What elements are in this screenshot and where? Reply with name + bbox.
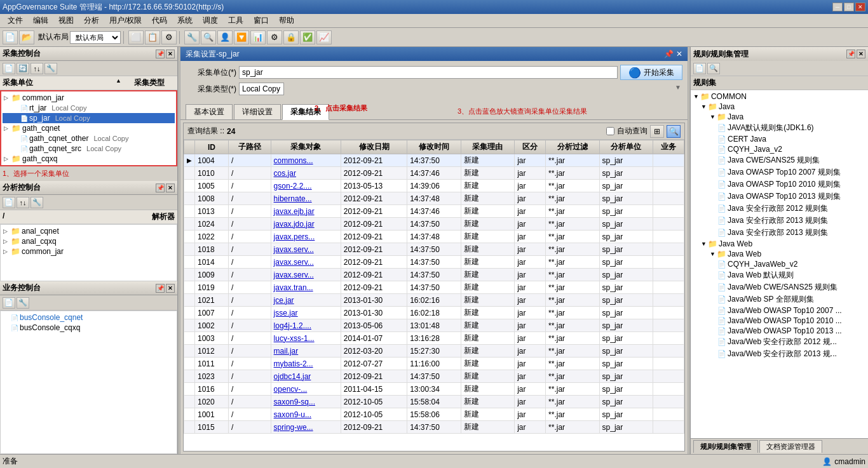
th-business[interactable]: 业务 (653, 140, 684, 154)
table-cell[interactable]: lucy-xss-1... (271, 332, 341, 345)
table-row[interactable]: 1005/gson-2.2....2013-05-1314:39:06新建jar… (184, 180, 684, 192)
table-cell[interactable]: mybatis-2... (271, 358, 341, 370)
rule-item-javaweb-owasp2010[interactable]: 📄 Java/Web OWASP Top10 2010 ... (692, 316, 867, 326)
table-row[interactable]: 1024/javax.jdo.jar2012-09-2114:37:50新建ja… (184, 218, 684, 231)
menu-user[interactable]: 用户/权限 (104, 14, 147, 27)
table-scroll[interactable]: ID 子路径 采集对象 修改日期 修改时间 采集理由 区分 分析过滤 分析单位 … (184, 140, 684, 451)
collection-refresh-btn[interactable]: 🔄 (17, 63, 29, 74)
analysis-btn1[interactable]: 📄 (3, 197, 15, 208)
rule-item-cert-java[interactable]: 📄 CERT Java (692, 134, 867, 144)
maximize-button[interactable]: □ (844, 3, 854, 11)
th-type[interactable]: 区分 (515, 140, 546, 154)
rule-item-java-owasp2007[interactable]: 📄 Java OWASP Top10 2007 规则集 (692, 166, 867, 178)
th-reason[interactable]: 采集理由 (461, 140, 514, 154)
rule-item-java-group[interactable]: ▼ 📁 Java (692, 102, 867, 112)
tree-item-gath-cqxq[interactable]: ▷ 📁 gath_cqxq (3, 154, 175, 164)
collection-up-btn[interactable]: ↑↓ (31, 63, 43, 74)
tree-item-common-jar[interactable]: ▷ 📁 common_jar (3, 93, 175, 103)
toolbar-new-btn[interactable]: 📄 (3, 30, 18, 44)
minimize-button[interactable]: ─ (832, 3, 843, 11)
table-cell[interactable]: jce.jar (271, 294, 341, 307)
table-cell[interactable]: mail.jar (271, 345, 341, 358)
collection-close-icon[interactable]: ✕ (166, 50, 175, 58)
settings-close-icon[interactable]: ✕ (676, 50, 682, 58)
collection-setting-btn[interactable]: 🔧 (44, 63, 57, 74)
rule-item-java-web-group[interactable]: ▼ 📁 Java Web (692, 239, 867, 249)
rule-item-javaweb-cwe[interactable]: 📄 Java/Web CWE/SANS25 规则集 (692, 281, 867, 293)
grid-view-btn[interactable]: ⊞ (650, 125, 664, 138)
table-cell[interactable]: gson-2.2.... (271, 180, 341, 192)
tree-item-gath-cqnet-src[interactable]: 📄 gath_cqnet_src Local Copy (3, 144, 175, 154)
search-magnifier-btn[interactable]: 🔍 (667, 125, 681, 138)
th-id[interactable]: ID (195, 140, 229, 154)
tree-item-sp-jar[interactable]: 📄 sp_jar Local Copy (3, 113, 175, 123)
rule-item-cqyh-javaweb[interactable]: 📄 CQYH_JavaWeb_v2 (692, 259, 867, 269)
menu-tools[interactable]: 工具 (223, 14, 248, 27)
table-cell[interactable]: saxon9-sq... (271, 396, 341, 408)
tree-item-anal-cqxq[interactable]: ▷ 📁 anal_cqxq (2, 236, 175, 246)
tab-collection-result[interactable]: 采集结果 2、点击采集结果 (282, 104, 329, 120)
menu-analysis[interactable]: 分析 (79, 14, 104, 27)
collection-pin-icon[interactable]: 📌 (156, 50, 165, 58)
toolbar-open-btn[interactable]: 📂 (19, 30, 34, 44)
rule-item-java-web[interactable]: ▼ 📁 Java Web (692, 249, 867, 259)
toolbar-btn11[interactable]: 🔒 (283, 30, 299, 44)
table-row[interactable]: 1021/jce.jar2013-01-3016:02:16新建jar**.ja… (184, 294, 684, 307)
form-unit-input[interactable] (239, 66, 618, 79)
table-cell[interactable]: javax.ejb.jar (271, 205, 341, 218)
table-row[interactable]: 1015/spring-we...2012-09-2114:37:50新建jar… (184, 421, 684, 434)
toolbar-btn3[interactable]: 📋 (145, 30, 160, 44)
menu-file[interactable]: 文件 (3, 14, 28, 27)
rule-item-java-security2012[interactable]: 📄 Java 安全行政部 2012 规则集 (692, 203, 867, 215)
th-object[interactable]: 采集对象 (271, 140, 341, 154)
business-btn1[interactable]: 📄 (3, 297, 15, 309)
tab-detail-settings[interactable]: 详细设置 (234, 104, 281, 119)
table-cell[interactable]: hibernate... (271, 192, 341, 205)
rule-item-javaweb-security2012[interactable]: 📄 Java/Web 安全行政部 2012 规... (692, 336, 867, 348)
toolbar-btn10[interactable]: ⚙ (267, 30, 282, 44)
table-row[interactable]: 1007/jsse.jar2013-01-3016:02:18新建jar**.j… (184, 307, 684, 319)
th-time[interactable]: 修改时间 (407, 140, 461, 154)
table-row[interactable]: 1010/cos.jar2012-09-2114:37:46新建jar**.ja… (184, 167, 684, 180)
table-row[interactable]: 1003/lucy-xss-1...2014-01-0713:16:28新建ja… (184, 332, 684, 345)
table-row[interactable]: 1016/opencv-...2011-04-1513:00:34新建jar**… (184, 383, 684, 396)
rule-item-cqyh-java[interactable]: 📄 CQYH_Java_v2 (692, 144, 867, 154)
menu-schedule[interactable]: 调度 (198, 14, 223, 27)
rules-tab-rules[interactable]: 规则/规则集管理 (693, 440, 758, 453)
rule-item-java-cwe[interactable]: 📄 Java CWE/SANS25 规则集 (692, 154, 867, 166)
table-cell[interactable]: log4j-1.2.... (271, 319, 341, 332)
layout-select[interactable]: 默认布局 (70, 31, 121, 44)
toolbar-btn6[interactable]: 🔍 (201, 30, 216, 44)
tab-basic-settings[interactable]: 基本设置 (186, 104, 233, 119)
table-cell[interactable]: opencv-... (271, 383, 341, 396)
rule-item-javaweb-owasp2007[interactable]: 📄 Java/Web OWASP Top10 2007 ... (692, 305, 867, 316)
tree-item-gath-cqnet-other[interactable]: 📄 gath_cqnet_other Local Copy (3, 133, 175, 144)
menu-help[interactable]: 帮助 (274, 14, 299, 27)
rule-item-javaweb-default[interactable]: 📄 Java Web 默认规则 (692, 269, 867, 281)
toolbar-btn4[interactable]: ⚙ (161, 30, 177, 44)
toolbar-btn7[interactable]: 👤 (217, 30, 233, 44)
menu-view[interactable]: 视图 (53, 14, 79, 27)
toolbar-btn5[interactable]: 🔧 (184, 30, 200, 44)
table-row[interactable]: 1020/saxon9-sq...2012-10-0515:58:04新建jar… (184, 396, 684, 408)
table-cell[interactable]: jsse.jar (271, 307, 341, 319)
tree-item-common-jar-analysis[interactable]: ▷ 📁 common_jar (2, 246, 175, 257)
rule-item-javaweb-security2013[interactable]: 📄 Java/Web 安全行政部 2013 规... (692, 348, 867, 360)
menu-system[interactable]: 系统 (172, 14, 198, 27)
menu-edit[interactable]: 编辑 (28, 14, 53, 27)
table-row[interactable]: 1001/saxon9-u...2012-10-0515:58:06新建jar*… (184, 408, 684, 421)
table-cell[interactable]: commons... (271, 154, 341, 167)
tree-item-bus-cqnet[interactable]: 📄 busConsole_cqnet (2, 312, 175, 323)
analysis-pin-icon[interactable]: 📌 (156, 184, 165, 192)
table-cell[interactable]: javax.serv... (271, 269, 341, 281)
table-row[interactable]: 1018/javax.serv...2012-09-2114:37:50新建ja… (184, 243, 684, 256)
tree-item-bus-cqxq[interactable]: 📄 busConsole_cqxq (2, 323, 175, 333)
analysis-btn3[interactable]: 🔧 (31, 197, 43, 208)
table-row[interactable]: 1011/mybatis-2...2012-07-2711:16:00新建jar… (184, 358, 684, 370)
rules-btn2[interactable]: 🔍 (707, 63, 720, 74)
th-date[interactable]: 修改日期 (341, 140, 407, 154)
th-path[interactable]: 子路径 (228, 140, 271, 154)
table-row[interactable]: 1023/ojdbc14.jar2012-09-2114:37:50新建jar*… (184, 370, 684, 383)
table-row[interactable]: 1002/log4j-1.2....2013-05-0613:01:48新建ja… (184, 319, 684, 332)
rule-item-java-security2013b[interactable]: 📄 Java 安全行政部 2013 规则集 (692, 227, 867, 239)
